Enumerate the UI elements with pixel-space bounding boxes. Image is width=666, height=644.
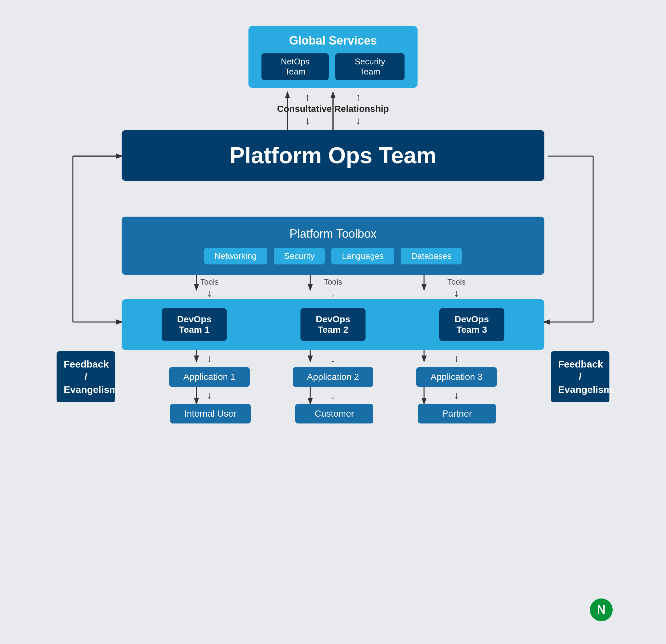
arrow-col-u3: ↓ bbox=[454, 387, 459, 404]
security-button: Security bbox=[274, 248, 325, 264]
feedback-right-box: Feedback /Evangelism bbox=[551, 351, 609, 402]
middle-section: Platform Toolbox Networking Security Lan… bbox=[122, 216, 544, 423]
user-col-1: Internal User bbox=[170, 404, 251, 423]
tools-col-2: Tools ↓ bbox=[324, 275, 342, 299]
nginx-letter: N bbox=[597, 603, 606, 617]
up-arrows: ↑ ↑ bbox=[305, 91, 361, 103]
tools-label-2: Tools bbox=[324, 277, 342, 286]
devops-team-2: DevOpsTeam 2 bbox=[300, 308, 366, 341]
arrow-col-u1: ↓ bbox=[207, 387, 212, 404]
down-arrow-right: ↓ bbox=[356, 115, 361, 127]
application-2-box: Application 2 bbox=[293, 367, 373, 387]
devops-to-apps-arrows: ↓ ↓ ↓ bbox=[122, 350, 544, 367]
global-services-title: Global Services bbox=[261, 34, 405, 48]
users-row: Internal User Customer Partner bbox=[122, 404, 544, 423]
networking-button: Networking bbox=[204, 248, 267, 264]
languages-button: Languages bbox=[331, 248, 394, 264]
user-col-2: Customer bbox=[295, 404, 373, 423]
tools-arrow-3: ↓ bbox=[454, 287, 459, 299]
tools-arrow-2: ↓ bbox=[330, 287, 336, 299]
down-arrow-left: ↓ bbox=[305, 115, 310, 127]
tools-col-1: Tools ↓ bbox=[200, 275, 218, 299]
tools-arrow-1: ↓ bbox=[207, 287, 212, 299]
toolbox-title: Platform Toolbox bbox=[135, 227, 531, 241]
arrow-col-u2: ↓ bbox=[330, 387, 336, 404]
application-3-box: Application 3 bbox=[416, 367, 497, 387]
consultative-label: Consultative Relationship bbox=[277, 104, 389, 114]
platform-ops-title: Platform Ops Team bbox=[141, 142, 525, 169]
arrow-col-2: ↓ bbox=[330, 350, 336, 367]
tools-label-1: Tools bbox=[200, 277, 218, 286]
feedback-left-box: Feedback /Evangelism bbox=[57, 351, 115, 402]
platform-ops-row: Feedback /Evangelism Platform Ops Team F… bbox=[57, 130, 609, 181]
tools-arrows-row: Tools ↓ Tools ↓ Tools ↓ bbox=[122, 275, 544, 299]
platform-ops-box: Platform Ops Team bbox=[122, 130, 544, 181]
down-arrows: ↓ ↓ bbox=[305, 115, 361, 127]
partner-box: Partner bbox=[418, 404, 496, 423]
consultative-section: ↑ ↑ Consultative Relationship ↓ ↓ bbox=[248, 88, 418, 130]
user-col-3: Partner bbox=[418, 404, 496, 423]
devops-team-1: DevOpsTeam 1 bbox=[162, 308, 227, 341]
global-services-box: Global Services NetOps Team Security Tea… bbox=[248, 26, 418, 88]
application-1-box: Application 1 bbox=[169, 367, 250, 387]
databases-button: Databases bbox=[401, 248, 462, 264]
global-services-buttons: NetOps Team Security Team bbox=[261, 53, 405, 80]
app-col-3: Application 3 bbox=[416, 367, 497, 387]
arrow-col-1: ↓ bbox=[207, 350, 212, 367]
up-arrow-right: ↑ bbox=[356, 91, 361, 103]
app-col-1: Application 1 bbox=[169, 367, 250, 387]
toolbox-buttons: Networking Security Languages Databases bbox=[135, 248, 531, 264]
netops-team-button: NetOps Team bbox=[261, 53, 329, 80]
apps-to-users-arrows: ↓ ↓ ↓ bbox=[122, 387, 544, 404]
main-diagram: Global Services NetOps Team Security Tea… bbox=[40, 13, 626, 631]
devops-teams-box: DevOpsTeam 1 DevOpsTeam 2 DevOpsTeam 3 bbox=[122, 299, 544, 350]
app-col-2: Application 2 bbox=[293, 367, 373, 387]
platform-toolbox-box: Platform Toolbox Networking Security Lan… bbox=[122, 216, 544, 275]
internal-user-box: Internal User bbox=[170, 404, 251, 423]
nginx-logo: N bbox=[590, 598, 613, 621]
security-team-button: Security Team bbox=[335, 53, 405, 80]
tools-label-3: Tools bbox=[448, 277, 466, 286]
arrow-col-3: ↓ bbox=[454, 350, 459, 367]
up-arrow-left: ↑ bbox=[305, 91, 310, 103]
devops-team-3: DevOpsTeam 3 bbox=[439, 308, 504, 341]
customer-box: Customer bbox=[295, 404, 373, 423]
applications-row: Application 1 Application 2 Application … bbox=[122, 367, 544, 387]
tools-col-3: Tools ↓ bbox=[448, 275, 466, 299]
